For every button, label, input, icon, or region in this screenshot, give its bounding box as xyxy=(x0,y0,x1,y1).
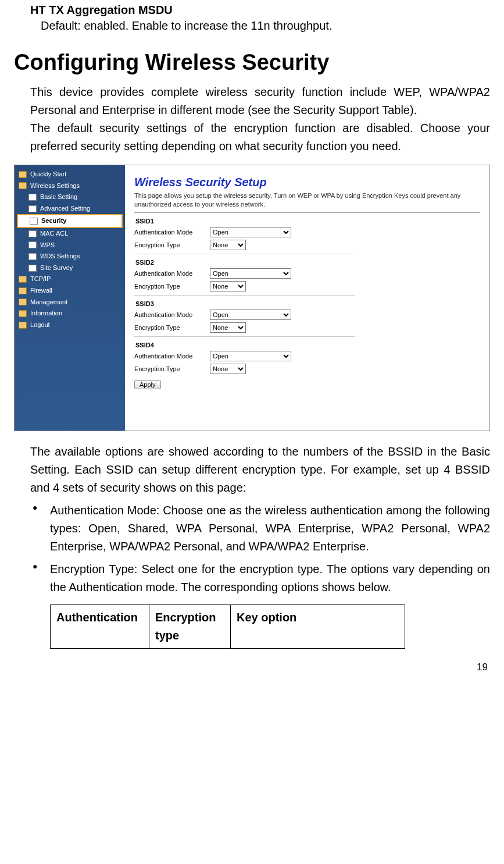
sidebar-item-mac-acl[interactable]: MAC ACL xyxy=(17,228,123,240)
auth-mode-select[interactable]: Open xyxy=(210,227,291,237)
sidebar-item-label: Security xyxy=(41,216,66,226)
sidebar-item-label: Management xyxy=(30,297,67,308)
folder-icon xyxy=(19,182,27,189)
sidebar-item-basic-setting[interactable]: Basic Setting xyxy=(17,191,123,203)
sidebar-item-label: WPS xyxy=(40,240,55,251)
table-header-row: Authentication Encryption type Key optio… xyxy=(51,605,405,649)
sidebar-item-label: TCP/IP xyxy=(30,274,51,285)
apply-button[interactable]: Apply xyxy=(134,380,161,389)
page-icon xyxy=(30,218,38,225)
ssid-block-2: SSID2Authentication ModeOpenEncryption T… xyxy=(134,259,480,291)
sidebar-item-logout[interactable]: Logout xyxy=(17,319,123,331)
sidebar-item-label: Advanced Setting xyxy=(40,204,90,214)
folder-icon xyxy=(19,322,27,329)
page-icon xyxy=(28,205,37,212)
enc-type-label: Encryption Type xyxy=(134,241,210,248)
auth-mode-select[interactable]: Open xyxy=(210,310,291,320)
intro-paragraph-2: The default security settings of the enc… xyxy=(30,119,490,155)
folder-icon xyxy=(19,276,27,283)
sidebar-nav: Quickly StartWireless SettingsBasic Sett… xyxy=(15,165,125,431)
sidebar-item-information[interactable]: Information xyxy=(17,308,123,319)
divider xyxy=(134,336,355,337)
sidebar-item-quickly-start[interactable]: Quickly Start xyxy=(17,169,123,180)
th-authentication: Authentication xyxy=(51,605,149,649)
page-icon xyxy=(28,265,37,272)
folder-icon xyxy=(19,298,27,305)
auth-mode-label: Authentication Mode xyxy=(134,229,210,236)
enc-type-select[interactable]: None xyxy=(210,322,246,333)
sidebar-item-label: Quickly Start xyxy=(30,169,66,180)
auth-mode-select[interactable]: Open xyxy=(210,351,291,361)
ssid-name-label: SSID4 xyxy=(134,342,480,349)
sidebar-item-tcp/ip[interactable]: TCP/IP xyxy=(17,273,123,285)
divider xyxy=(134,212,480,213)
panel-description: This page allows you setup the wireless … xyxy=(134,191,480,209)
content-pane: Wireless Security Setup This page allows… xyxy=(125,165,489,431)
router-admin-screenshot: Quickly StartWireless SettingsBasic Sett… xyxy=(14,165,490,431)
page-number: 19 xyxy=(14,662,490,673)
page-icon xyxy=(28,230,37,237)
folder-icon xyxy=(19,287,27,294)
sidebar-item-label: Information xyxy=(30,308,62,319)
page-icon xyxy=(28,253,37,260)
enc-type-label: Encryption Type xyxy=(134,324,210,331)
bullet-list: Authentication Mode: Choose one as the w… xyxy=(30,502,490,596)
panel-title: Wireless Security Setup xyxy=(134,176,480,189)
enc-type-select[interactable]: None xyxy=(210,281,246,291)
ssid-name-label: SSID2 xyxy=(134,259,480,266)
ssid-block-4: SSID4Authentication ModeOpenEncryption T… xyxy=(134,342,480,374)
auth-mode-label: Authentication Mode xyxy=(134,311,210,318)
encryption-table: Authentication Encryption type Key optio… xyxy=(50,605,405,649)
sidebar-item-site-survey[interactable]: Site Survey xyxy=(17,262,123,274)
ssid-block-3: SSID3Authentication ModeOpenEncryption T… xyxy=(134,300,480,333)
subsection-heading: HT TX Aggregation MSDU xyxy=(30,3,490,17)
folder-icon xyxy=(19,171,27,178)
page-icon xyxy=(28,241,37,248)
sidebar-item-label: Basic Setting xyxy=(40,192,77,202)
enc-type-select[interactable]: None xyxy=(210,364,246,374)
ssid-name-label: SSID3 xyxy=(134,300,480,307)
sidebar-item-label: Site Survey xyxy=(40,263,73,273)
sidebar-item-label: WDS Settings xyxy=(40,251,80,262)
ssid-name-label: SSID1 xyxy=(134,218,480,225)
th-key-option: Key option xyxy=(231,605,405,649)
divider xyxy=(134,295,355,296)
sidebar-item-label: Firewall xyxy=(30,286,52,296)
enc-type-label: Encryption Type xyxy=(134,365,210,372)
th-encryption-type: Encryption type xyxy=(149,605,231,649)
sidebar-item-label: MAC ACL xyxy=(40,229,68,239)
enc-type-select[interactable]: None xyxy=(210,240,246,250)
intro-paragraph-1: This device provides complete wireless s… xyxy=(30,83,490,119)
divider xyxy=(134,254,355,254)
sidebar-item-advanced-setting[interactable]: Advanced Setting xyxy=(17,203,123,215)
sidebar-item-security[interactable]: Security xyxy=(17,214,123,228)
page-icon xyxy=(28,194,37,201)
list-item: Authentication Mode: Choose one as the w… xyxy=(30,502,490,556)
auth-mode-select[interactable]: Open xyxy=(210,268,291,279)
list-item: Encryption Type: Select one for the encr… xyxy=(30,560,490,596)
page-title: Configuring Wireless Security xyxy=(14,50,490,75)
sidebar-item-firewall[interactable]: Firewall xyxy=(17,285,123,297)
auth-mode-label: Authentication Mode xyxy=(134,270,210,277)
ssid-block-1: SSID1Authentication ModeOpenEncryption T… xyxy=(134,218,480,250)
sidebar-item-management[interactable]: Management xyxy=(17,297,123,308)
sidebar-item-label: Logout xyxy=(30,320,50,330)
auth-mode-label: Authentication Mode xyxy=(134,353,210,360)
options-paragraph: The available options are showed accordi… xyxy=(30,443,490,497)
subsection-description: Default: enabled. Enable to increase the… xyxy=(41,19,490,33)
sidebar-item-wds-settings[interactable]: WDS Settings xyxy=(17,251,123,262)
sidebar-item-wireless-settings[interactable]: Wireless Settings xyxy=(17,180,123,192)
sidebar-item-label: Wireless Settings xyxy=(30,181,80,191)
sidebar-item-wps[interactable]: WPS xyxy=(17,240,123,251)
folder-icon xyxy=(19,310,27,317)
enc-type-label: Encryption Type xyxy=(134,283,210,290)
